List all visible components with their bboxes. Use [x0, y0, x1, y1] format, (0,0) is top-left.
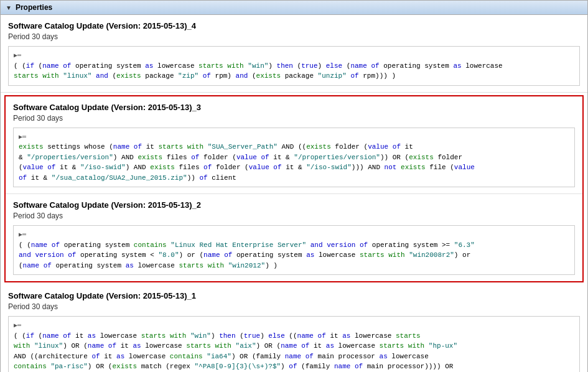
catalog-item-4: Software Catalog Update (Version: 2015-0… — [1, 285, 587, 372]
item-period-4: Period 30 days — [8, 302, 580, 311]
code-block-3: ▶═ ( (name of operating system contains … — [13, 225, 575, 275]
item-title-2: Software Catalog Update (Version: 2015-0… — [13, 103, 575, 112]
item-period-2: Period 30 days — [13, 114, 575, 123]
item-title-4: Software Catalog Update (Version: 2015-0… — [8, 291, 580, 300]
highlighted-section: Software Catalog Update (Version: 2015-0… — [4, 95, 584, 283]
item-period-3: Period 30 days — [13, 212, 575, 220]
catalog-item-2: Software Catalog Update (Version: 2015-0… — [6, 96, 582, 195]
item-period-1: Period 30 days — [8, 32, 580, 41]
collapse-icon[interactable]: ▼ — [6, 4, 12, 11]
properties-panel: ▼ Properties Software Catalog Update (Ve… — [0, 0, 588, 372]
code-icon-4: ▶═ — [14, 321, 21, 330]
catalog-item-1: Software Catalog Update (Version: 2015-0… — [1, 15, 587, 93]
panel-content: Software Catalog Update (Version: 2015-0… — [1, 15, 587, 372]
panel-title: Properties — [16, 3, 52, 12]
catalog-item-3: Software Catalog Update (Version: 2015-0… — [6, 194, 582, 281]
item-title-1: Software Catalog Update (Version: 2015-0… — [8, 21, 580, 30]
panel-header: ▼ Properties — [1, 1, 587, 15]
code-icon-2: ▶═ — [19, 133, 26, 142]
code-block-1: ▶═ ( (if (name of operating system as lo… — [8, 46, 580, 86]
code-block-2: ▶═ exists settings whose (name of it sta… — [13, 128, 575, 188]
code-icon-1: ▶═ — [14, 51, 21, 60]
code-block-4: ▶═ ( (if (name of it as lowercase starts… — [8, 316, 580, 372]
item-title-3: Software Catalog Update (Version: 2015-0… — [13, 200, 575, 210]
code-icon-3: ▶═ — [19, 230, 26, 239]
